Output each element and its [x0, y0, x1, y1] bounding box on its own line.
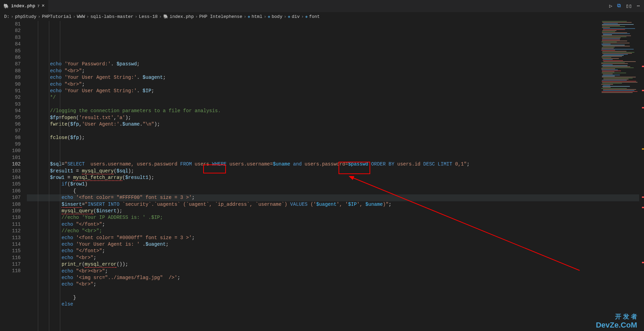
code-line[interactable]: //logging the connection parameters to a…: [27, 108, 644, 114]
compare-icon[interactable]: ⧉: [617, 3, 621, 9]
line-gutter: 8182838485868788899091929394959697989910…: [0, 21, 27, 331]
code-line[interactable]: echo '<font color= "#FFFF00" font size =…: [27, 194, 644, 201]
run-icon[interactable]: ▷: [609, 3, 612, 9]
title-bar: 🐘 index.php 7 × ▷ ⧉ ▯▯ ⋯: [0, 0, 644, 12]
tab-close-button[interactable]: ×: [42, 3, 45, 9]
code-line[interactable]: [27, 54, 644, 61]
php-icon: 🐘: [163, 14, 168, 19]
editor[interactable]: 8182838485868788899091929394959697989910…: [0, 21, 644, 331]
bc-phpstudy[interactable]: phpStudy: [15, 14, 36, 19]
bc-phptutorial[interactable]: PHPTutorial: [42, 14, 72, 19]
line-number: 102: [0, 161, 21, 168]
line-number: 103: [0, 168, 21, 174]
code-line[interactable]: $row1 = mysql_fetch_array($result1);: [27, 174, 644, 181]
code-line[interactable]: echo "<br>";: [27, 81, 644, 88]
line-number: 95: [0, 114, 21, 121]
error-marker: [642, 107, 644, 108]
code-line[interactable]: }: [27, 295, 644, 301]
error-marker: [642, 262, 644, 263]
breadcrumb[interactable]: D:› phpStudy› PHPTutorial› WWW› sqli-lab…: [0, 12, 644, 21]
code-line[interactable]: [27, 141, 644, 148]
code-line[interactable]: [27, 154, 644, 161]
line-number: 112: [0, 228, 21, 234]
code-line[interactable]: $insert="INSERT INTO `security`.`uagents…: [27, 201, 644, 208]
code-line[interactable]: echo 'Your User Agent String:'. $uagent;: [27, 74, 644, 81]
watermark-cn: 开 发 者: [596, 312, 637, 321]
code-line[interactable]: echo "<br>";: [27, 255, 644, 261]
code-line[interactable]: $result1 = mysql_query($sql);: [27, 168, 644, 174]
bc-font[interactable]: ◈font: [305, 14, 320, 19]
line-number: 107: [0, 194, 21, 201]
code-line[interactable]: echo 'Your Password:'. $passwd;: [27, 61, 644, 67]
split-editor-icon[interactable]: ▯▯: [626, 3, 632, 9]
code-line[interactable]: [27, 288, 644, 295]
bc-intelephense[interactable]: PHP Intelephense: [199, 14, 242, 19]
bc-drive[interactable]: D:: [4, 14, 10, 19]
code-line[interactable]: [27, 101, 644, 108]
code-line[interactable]: echo "<br>";: [27, 281, 644, 288]
line-number: 116: [0, 255, 21, 261]
line-number: 114: [0, 241, 21, 248]
line-number: 87: [0, 61, 21, 67]
chevron-right-icon: ›: [135, 14, 137, 19]
code-line[interactable]: echo 'Your User Agent String:'. $IP;: [27, 88, 644, 94]
code-line[interactable]: $sql="SELECT users.username, users.passw…: [27, 161, 644, 168]
bc-div[interactable]: ◈div: [288, 14, 300, 19]
symbol-icon: ◈: [268, 14, 270, 19]
line-number: 115: [0, 248, 21, 254]
line-number: 98: [0, 135, 21, 141]
bc-www[interactable]: WWW: [77, 14, 85, 19]
code-line[interactable]: [27, 148, 644, 154]
line-number: 91: [0, 88, 21, 94]
bc-body[interactable]: ◈body: [268, 14, 282, 19]
bc-html[interactable]: ◈html: [248, 14, 262, 19]
code-line[interactable]: print_r(mysql_error());: [27, 261, 644, 268]
line-number: 118: [0, 268, 21, 274]
code-line[interactable]: echo "<br>";: [27, 68, 644, 74]
tab-filename: index.php: [11, 3, 35, 9]
code-line[interactable]: {: [27, 188, 644, 194]
line-number: 94: [0, 108, 21, 114]
code-line[interactable]: echo "</font>";: [27, 248, 644, 254]
line-number: 109: [0, 208, 21, 214]
code-line[interactable]: else: [27, 301, 644, 308]
code-line[interactable]: echo '<img src="../images/flag.jpg" />';: [27, 275, 644, 281]
chevron-right-icon: ›: [11, 14, 14, 19]
chevron-right-icon: ›: [159, 14, 162, 19]
minimap[interactable]: [601, 21, 639, 100]
code-line[interactable]: [27, 128, 644, 134]
symbol-icon: ◈: [248, 14, 250, 19]
code-line[interactable]: //echo 'Your IP ADDRESS is: ' .$IP;: [27, 214, 644, 221]
bc-file[interactable]: 🐘index.php: [163, 14, 194, 19]
chevron-right-icon: ›: [73, 14, 75, 19]
code-area[interactable]: echo 'Your Password:'. $passwd; echo "<b…: [27, 21, 644, 331]
code-line[interactable]: echo '<font color= "#0000ff" font size =…: [27, 235, 644, 241]
more-actions-icon[interactable]: ⋯: [637, 3, 640, 9]
line-number: 108: [0, 201, 21, 208]
line-number: 101: [0, 154, 21, 161]
php-icon: 🐘: [3, 3, 9, 9]
code-line[interactable]: mysql_query($insert);: [27, 208, 644, 214]
tab-index-php[interactable]: 🐘 index.php 7 ×: [0, 0, 49, 12]
error-marker: [642, 66, 644, 67]
code-line[interactable]: echo 'Your User Agent is: ' .$uagent;: [27, 241, 644, 248]
code-line[interactable]: echo "</font>";: [27, 221, 644, 228]
code-line[interactable]: $fp=fopen('result.txt','a');: [27, 115, 644, 121]
code-line[interactable]: */: [27, 94, 644, 101]
bc-sqlilabs[interactable]: sqli-labs-master: [91, 14, 134, 19]
code-line[interactable]: echo "<br><br>";: [27, 268, 644, 275]
scrollbar[interactable]: [639, 21, 644, 331]
line-number: 97: [0, 128, 21, 134]
line-number: 105: [0, 181, 21, 188]
line-number: 84: [0, 41, 21, 47]
code-line[interactable]: fwrite($fp,'User Agent:'.$uname."\n");: [27, 121, 644, 128]
code-line[interactable]: fclose($fp);: [27, 135, 644, 141]
chevron-right-icon: ›: [195, 14, 198, 19]
warning-marker: [642, 148, 644, 150]
error-marker: [642, 196, 644, 198]
bc-less18[interactable]: Less-18: [139, 14, 158, 19]
line-number: 111: [0, 221, 21, 228]
line-number: 113: [0, 235, 21, 241]
code-line[interactable]: //echo "<br>";: [27, 228, 644, 234]
code-line[interactable]: if($row1): [27, 181, 644, 188]
